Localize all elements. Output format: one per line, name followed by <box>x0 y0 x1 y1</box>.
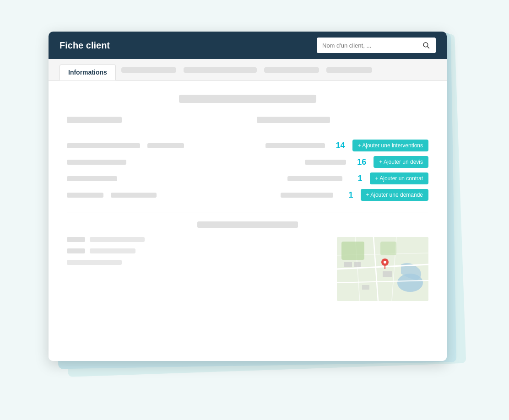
addr-row-3 <box>67 260 323 265</box>
two-col-headers <box>67 117 428 130</box>
addr-value-3 <box>67 260 122 265</box>
add-demande-button[interactable]: + Ajouter une demande <box>361 189 428 201</box>
right-header-bar <box>257 117 330 123</box>
stat-val-1a <box>147 143 184 148</box>
address-title-bar <box>197 221 298 228</box>
add-contrat-button[interactable]: + Ajouter un contrat <box>370 172 428 184</box>
address-section <box>67 221 428 301</box>
stat-row-2: 16 + Ajouter un devis <box>67 156 428 168</box>
map-svg <box>337 237 428 301</box>
svg-line-1 <box>428 47 429 48</box>
stat-label-4b <box>281 193 333 198</box>
stat-row-4: 1 + Ajouter une demande <box>67 189 428 201</box>
stats-actions: 14 + Ajouter une interventions 16 + Ajou… <box>67 140 428 201</box>
svg-rect-13 <box>354 262 361 267</box>
svg-rect-11 <box>380 242 396 255</box>
page-title: Fiche client <box>60 40 317 51</box>
svg-rect-14 <box>383 271 392 277</box>
scene: Fiche client Informations <box>49 32 460 388</box>
addr-value-1 <box>90 237 145 242</box>
tab-placeholder-2[interactable] <box>184 67 257 73</box>
left-header-bar <box>67 117 122 123</box>
main-card: Fiche client Informations <box>49 32 447 361</box>
stat-label-4a <box>67 193 103 198</box>
search-input[interactable] <box>317 38 417 53</box>
address-fields <box>67 237 323 265</box>
tabs-bar: Informations <box>49 59 447 81</box>
svg-rect-10 <box>341 242 364 260</box>
stat-number-4: 1 <box>341 190 353 200</box>
content-title-bar <box>179 95 316 103</box>
tab-placeholder-1[interactable] <box>121 67 176 73</box>
stat-label-2a <box>67 160 126 165</box>
addr-label-2 <box>67 248 85 253</box>
search-button[interactable] <box>417 38 436 53</box>
addr-row-1 <box>67 237 323 242</box>
stat-val-4a <box>111 193 157 198</box>
stat-row-3: 1 + Ajouter un contrat <box>67 172 428 184</box>
stat-label-1a <box>67 143 140 148</box>
svg-rect-12 <box>344 262 352 267</box>
tab-placeholder-3[interactable] <box>264 67 319 73</box>
add-intervention-button[interactable]: + Ajouter une interventions <box>352 140 428 151</box>
svg-point-17 <box>384 261 386 264</box>
content-area: 14 + Ajouter une interventions 16 + Ajou… <box>49 81 447 361</box>
addr-label-1 <box>67 237 85 242</box>
stat-label-3b <box>287 176 342 181</box>
addr-row-2 <box>67 248 323 253</box>
svg-point-0 <box>423 43 428 47</box>
section-divider <box>67 212 428 212</box>
map-container <box>337 237 428 301</box>
address-map-row <box>67 237 428 301</box>
navbar: Fiche client <box>49 32 447 59</box>
tab-informations[interactable]: Informations <box>60 65 116 81</box>
stat-label-3a <box>67 176 117 181</box>
col-left-header <box>67 117 238 130</box>
search-icon <box>422 41 430 49</box>
stat-number-1: 14 <box>332 141 345 151</box>
stat-label-2b <box>305 160 346 165</box>
stat-number-3: 1 <box>350 174 363 183</box>
search-box <box>317 38 436 53</box>
col-right-header <box>257 117 428 130</box>
stat-label-1b <box>265 143 325 148</box>
add-devis-button[interactable]: + Ajouter un devis <box>374 156 428 168</box>
tab-placeholder-4[interactable] <box>326 67 372 73</box>
stat-row-1: 14 + Ajouter une interventions <box>67 140 428 151</box>
addr-value-2 <box>90 248 135 253</box>
stat-number-2: 16 <box>353 157 366 167</box>
svg-rect-15 <box>362 285 369 290</box>
